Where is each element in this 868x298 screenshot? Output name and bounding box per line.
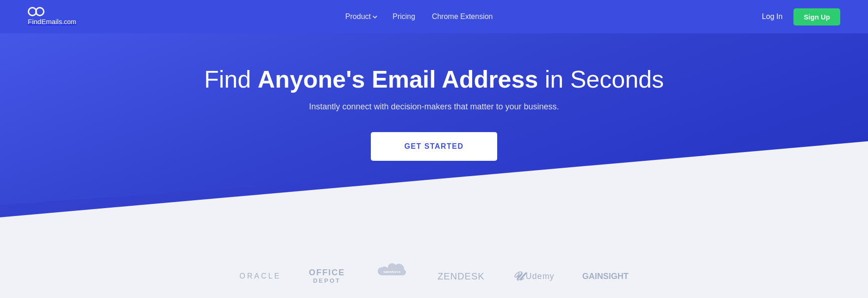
hero-content: Find Anyone's Email Address in Seconds I… bbox=[9, 66, 859, 161]
nav-item-product[interactable]: Product bbox=[345, 13, 376, 21]
svg-text:salesforce: salesforce bbox=[383, 270, 400, 274]
logo-text: FindEmails.com bbox=[28, 16, 76, 26]
zendesk-logo: zendesk bbox=[437, 271, 484, 282]
nav-chrome-label: Chrome Extension bbox=[432, 13, 493, 20]
product-link[interactable]: Product bbox=[345, 13, 376, 21]
oracle-logo: ORACLE bbox=[239, 272, 281, 280]
nav-pricing-label: Pricing bbox=[393, 13, 415, 20]
chrome-extension-link[interactable]: Chrome Extension bbox=[432, 13, 493, 20]
login-link[interactable]: Log In bbox=[762, 13, 782, 21]
chevron-down-icon bbox=[373, 14, 377, 19]
logos-section: ORACLE Office DEPOT salesforce zendesk 𝒰… bbox=[0, 235, 868, 298]
nav-product-label: Product bbox=[345, 13, 371, 21]
navbar: FindEmails.com Product Pricing Chrome Ex… bbox=[0, 0, 868, 33]
hero-section: Find Anyone's Email Address in Seconds I… bbox=[0, 33, 868, 235]
nav-item-chrome-extension[interactable]: Chrome Extension bbox=[432, 13, 493, 21]
logo-circle-right bbox=[35, 7, 44, 16]
salesforce-logo: salesforce bbox=[373, 263, 410, 290]
pricing-link[interactable]: Pricing bbox=[393, 13, 415, 20]
signup-button[interactable]: Sign Up bbox=[793, 8, 840, 25]
office-depot-logo: Office DEPOT bbox=[309, 268, 345, 284]
logo[interactable]: FindEmails.com bbox=[28, 7, 76, 26]
logos-row: ORACLE Office DEPOT salesforce zendesk 𝒰… bbox=[9, 263, 859, 290]
nav-links: Product Pricing Chrome Extension bbox=[345, 13, 493, 21]
hero-title: Find Anyone's Email Address in Seconds bbox=[9, 66, 859, 94]
get-started-button[interactable]: GET STARTED bbox=[371, 132, 497, 161]
hero-subtitle: Instantly connect with decision-makers t… bbox=[9, 102, 859, 112]
gainsight-logo: Gainsight bbox=[582, 272, 629, 281]
nav-item-pricing[interactable]: Pricing bbox=[393, 13, 415, 21]
udemy-logo: 𝒰 Udemy bbox=[512, 269, 555, 284]
nav-actions: Log In Sign Up bbox=[762, 8, 840, 25]
logo-icon bbox=[28, 7, 76, 16]
